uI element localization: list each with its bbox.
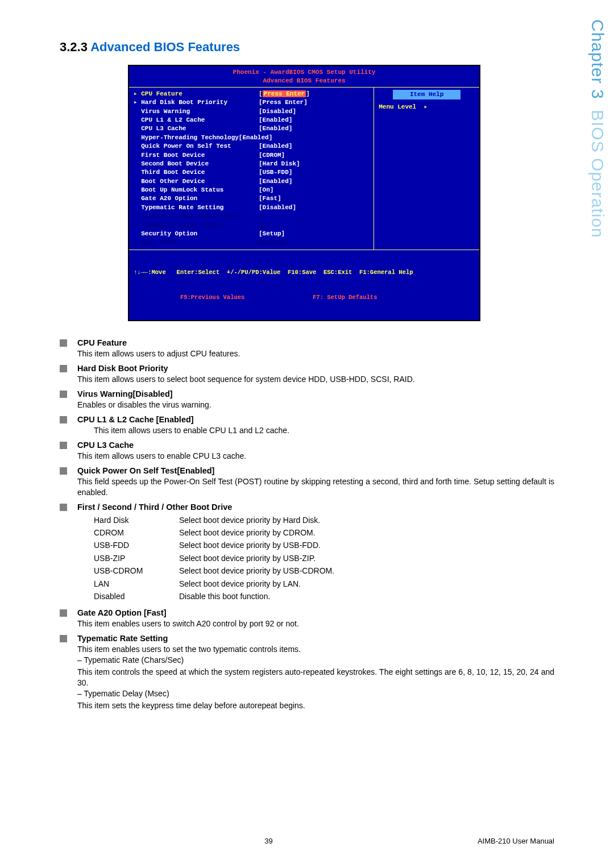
table-row: DisabledDisable this boot function.	[94, 590, 554, 603]
bios-row: CPU L1 & L2 Cache[Enabled]	[134, 116, 369, 124]
feature-desc: Enables or disables the virus warning.	[77, 400, 554, 410]
bullet-icon	[60, 635, 67, 642]
bios-row: Hyper-Threading Technology[Enabled]	[134, 134, 369, 142]
menu-level: Menu Level ▸	[379, 103, 475, 111]
bios-row: First Boot Device[CDROM]	[134, 151, 369, 160]
bios-row: x Typematic Delay (Msec)250	[134, 221, 369, 230]
subitem-desc: This item controls the speed at which th…	[77, 667, 554, 688]
bullet-icon	[60, 442, 67, 449]
feature-title: CPU L1 & L2 Cache [Enabled]	[77, 415, 194, 424]
bios-row: x Typematic Rate (Chars/Sec)6	[134, 212, 369, 221]
feature-desc: This field speeds up the Power-On Self T…	[77, 476, 554, 498]
bullet-icon	[60, 391, 67, 398]
bios-row: Third Boot Device[USB-FDD]	[134, 168, 369, 177]
bios-row: Security Option[Setup]	[134, 230, 369, 238]
bios-row: Typematic Rate Setting[Disabled]	[134, 203, 369, 212]
feature-desc: This item allows users to enable CPU L1 …	[94, 425, 554, 436]
feature-item: CPU L3 Cache This item allows users to e…	[60, 441, 554, 462]
bios-row: Virus Warning[Disabled]	[134, 107, 369, 116]
feature-title: Virus Warning[Disabled]	[77, 389, 173, 398]
feature-title: Gate A20 Option [Fast]	[77, 608, 167, 617]
feature-item: First / Second / Third / Other Boot Driv…	[60, 502, 554, 603]
manual-name: AIMB-210 User Manual	[478, 837, 554, 845]
side-chapter-label: Chapter 3	[580, 19, 607, 99]
bios-row: Boot Other Device[Enabled]	[134, 177, 369, 186]
bullet-icon	[60, 416, 67, 423]
feature-desc: This item allows users to adjust CPU fea…	[77, 348, 554, 359]
feature-desc: This item allows users to enable CPU L3 …	[77, 451, 554, 462]
feature-desc: This item enables users to switch A20 co…	[77, 618, 554, 629]
section-title: Advanced BIOS Features	[90, 40, 240, 54]
subitem-dash: – Typematic Delay (Msec)	[77, 688, 554, 699]
table-row: USB-CDROMSelect boot device priority by …	[94, 564, 554, 577]
feature-item: CPU L1 & L2 Cache [Enabled] This item al…	[60, 415, 554, 436]
feature-desc: This item allows users to select boot se…	[77, 374, 554, 385]
bios-header-line1: Phoenix - AwardBIOS CMOS Setup Utility	[129, 68, 479, 77]
bullet-icon	[60, 339, 67, 347]
feature-item: Hard Disk Boot Priority This item allows…	[60, 364, 554, 385]
bios-header-line2: Advanced BIOS Features	[129, 77, 479, 85]
bios-row: ▸ Hard Disk Boot Priority[Press Enter]	[134, 98, 369, 107]
item-help-label: Item Help	[393, 90, 460, 99]
section-heading: 3.2.3 Advanced BIOS Features	[60, 40, 554, 55]
bios-footer: ↑↓→←:Move Enter:Select +/-/PU/PD:Value F…	[129, 250, 479, 321]
section-number: 3.2.3	[60, 40, 88, 54]
subitem-desc: This item sets the keypress time delay b…	[77, 700, 554, 711]
bullet-icon	[60, 504, 67, 511]
boot-drive-table: Hard DiskSelect boot device priority by …	[94, 514, 554, 603]
bios-row: Quick Power On Self Test[Enabled]	[134, 142, 369, 151]
feature-item: Virus Warning[Disabled] Enables or disab…	[60, 389, 554, 410]
feature-item: Gate A20 Option [Fast] This item enables…	[60, 608, 554, 629]
feature-title: CPU L3 Cache	[77, 441, 134, 450]
feature-title: Hard Disk Boot Priority	[77, 364, 168, 373]
bios-header: Phoenix - AwardBIOS CMOS Setup Utility A…	[129, 66, 479, 88]
table-row: USB-ZIPSelect boot device priority by US…	[94, 552, 554, 564]
page-footer: 39 AIMB-210 User Manual	[0, 837, 614, 845]
page-number: 39	[264, 837, 272, 845]
feature-item: CPU Feature This item allows users to ad…	[60, 338, 554, 359]
bios-row: Boot Up NumLock Status[On]	[134, 186, 369, 194]
bios-help-panel: Item Help Menu Level ▸	[374, 88, 479, 250]
bios-settings-panel: ▸ CPU Feature[Press Enter] ▸ Hard Disk B…	[129, 88, 374, 250]
bios-row: x APIC ModeEnabled	[134, 238, 369, 247]
feature-item: Quick Power On Self Test[Enabled] This f…	[60, 466, 554, 498]
bullet-icon	[60, 365, 67, 372]
table-row: LANSelect boot device priority by LAN.	[94, 578, 554, 590]
feature-desc: This item enables users to set the two t…	[77, 644, 554, 655]
bios-row: Gate A20 Option[Fast]	[134, 194, 369, 203]
side-tab: Chapter 3 BIOS Operation	[580, 0, 607, 307]
subitem-dash: – Typematic Rate (Chars/Sec)	[77, 655, 554, 666]
table-row: Hard DiskSelect boot device priority by …	[94, 514, 554, 526]
feature-list: CPU Feature This item allows users to ad…	[60, 338, 554, 711]
feature-title: Typematic Rate Setting	[77, 634, 168, 643]
feature-title: CPU Feature	[77, 338, 127, 347]
table-row: USB-FDDSelect boot device priority by US…	[94, 539, 554, 551]
bullet-icon	[60, 467, 67, 475]
bios-row: CPU L3 Cache[Enabled]	[134, 124, 369, 133]
side-section-label: BIOS Operation	[580, 110, 607, 238]
feature-item: Typematic Rate Setting This item enables…	[60, 634, 554, 711]
table-row: CDROMSelect boot device priority by CDRO…	[94, 526, 554, 539]
bios-row: Second Boot Device[Hard Disk]	[134, 160, 369, 168]
feature-title: First / Second / Third / Other Boot Driv…	[77, 502, 232, 512]
feature-title: Quick Power On Self Test[Enabled]	[77, 466, 214, 475]
bullet-icon	[60, 609, 67, 617]
bios-screenshot: Phoenix - AwardBIOS CMOS Setup Utility A…	[128, 65, 480, 321]
bios-row: ▸ CPU Feature[Press Enter]	[134, 90, 369, 98]
